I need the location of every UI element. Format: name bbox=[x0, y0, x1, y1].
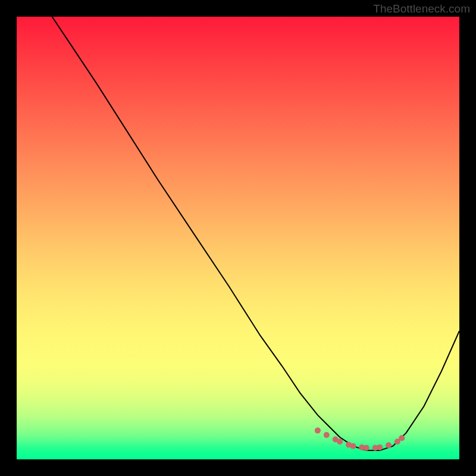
highlighted-point bbox=[359, 444, 365, 450]
highlighted-point bbox=[324, 432, 330, 438]
chart-svg bbox=[17, 17, 459, 459]
highlighted-point bbox=[364, 445, 369, 451]
highlighted-point bbox=[372, 445, 378, 451]
highlighted-point bbox=[377, 444, 383, 450]
bottleneck-curve bbox=[52, 17, 460, 450]
chart-gradient-background bbox=[17, 17, 459, 459]
highlighted-point bbox=[350, 443, 356, 449]
highlighted-point bbox=[337, 439, 343, 444]
highlighted-point bbox=[394, 439, 400, 444]
highlighted-point bbox=[346, 441, 352, 447]
highlighted-point bbox=[333, 437, 339, 443]
highlighted-points-group bbox=[315, 428, 405, 451]
highlighted-point bbox=[399, 435, 405, 441]
watermark-text: TheBottleneck.com bbox=[373, 2, 470, 15]
highlighted-point bbox=[386, 442, 392, 448]
highlighted-point bbox=[315, 428, 321, 434]
